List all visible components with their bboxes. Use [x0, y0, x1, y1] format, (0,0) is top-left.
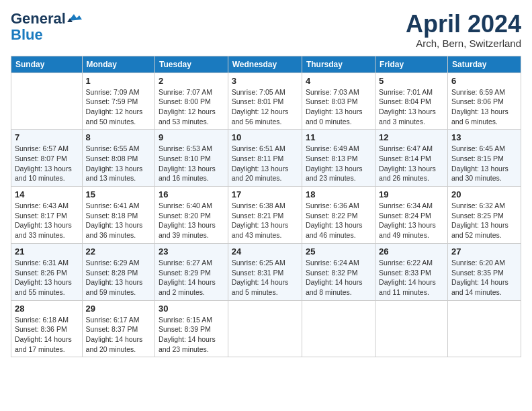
day-info: Sunrise: 6:59 AM Sunset: 8:06 PM Dayligh… — [451, 87, 517, 127]
calendar-cell: 21Sunrise: 6:31 AM Sunset: 8:26 PM Dayli… — [11, 243, 83, 300]
day-info: Sunrise: 6:57 AM Sunset: 8:07 PM Dayligh… — [15, 144, 79, 183]
calendar-cell: 12Sunrise: 6:47 AM Sunset: 8:14 PM Dayli… — [375, 130, 448, 187]
calendar-cell: 9Sunrise: 6:53 AM Sunset: 8:10 PM Daylig… — [155, 130, 228, 187]
day-info: Sunrise: 6:53 AM Sunset: 8:10 PM Dayligh… — [159, 144, 224, 183]
week-row-1: 1Sunrise: 7:09 AM Sunset: 7:59 PM Daylig… — [11, 73, 521, 130]
calendar-cell: 24Sunrise: 6:25 AM Sunset: 8:31 PM Dayli… — [228, 243, 302, 300]
day-info: Sunrise: 6:20 AM Sunset: 8:35 PM Dayligh… — [451, 258, 517, 298]
day-number: 16 — [159, 189, 224, 199]
day-info: Sunrise: 7:03 AM Sunset: 8:03 PM Dayligh… — [306, 87, 371, 127]
column-header-friday: Friday — [375, 56, 448, 73]
day-number: 2 — [159, 76, 224, 86]
calendar-cell: 4Sunrise: 7:03 AM Sunset: 8:03 PM Daylig… — [302, 73, 375, 130]
logo-blue: Blue — [11, 27, 43, 43]
calendar-cell: 29Sunrise: 6:17 AM Sunset: 8:37 PM Dayli… — [82, 300, 154, 357]
calendar-cell — [375, 300, 448, 357]
day-number: 27 — [451, 246, 517, 257]
calendar-body: 1Sunrise: 7:09 AM Sunset: 7:59 PM Daylig… — [11, 73, 521, 357]
calendar-cell: 15Sunrise: 6:41 AM Sunset: 8:18 PM Dayli… — [82, 187, 154, 244]
column-header-sunday: Sunday — [11, 56, 83, 73]
day-info: Sunrise: 6:22 AM Sunset: 8:33 PM Dayligh… — [379, 258, 444, 298]
day-info: Sunrise: 6:34 AM Sunset: 8:24 PM Dayligh… — [379, 201, 444, 240]
calendar-cell: 20Sunrise: 6:32 AM Sunset: 8:25 PM Dayli… — [448, 187, 521, 244]
day-number: 26 — [379, 246, 444, 257]
day-info: Sunrise: 6:45 AM Sunset: 8:15 PM Dayligh… — [451, 144, 517, 183]
calendar-cell: 23Sunrise: 6:27 AM Sunset: 8:29 PM Dayli… — [155, 243, 228, 300]
calendar-cell: 16Sunrise: 6:40 AM Sunset: 8:20 PM Dayli… — [155, 187, 228, 244]
day-number: 23 — [159, 246, 224, 257]
calendar-cell: 1Sunrise: 7:09 AM Sunset: 7:59 PM Daylig… — [82, 73, 154, 130]
week-row-5: 28Sunrise: 6:18 AM Sunset: 8:36 PM Dayli… — [11, 300, 521, 357]
day-info: Sunrise: 7:01 AM Sunset: 8:04 PM Dayligh… — [379, 87, 444, 127]
day-info: Sunrise: 6:32 AM Sunset: 8:25 PM Dayligh… — [451, 201, 517, 240]
day-info: Sunrise: 6:18 AM Sunset: 8:36 PM Dayligh… — [15, 315, 79, 355]
day-number: 15 — [86, 189, 151, 199]
calendar-cell: 26Sunrise: 6:22 AM Sunset: 8:33 PM Dayli… — [375, 243, 448, 300]
day-number: 10 — [232, 132, 298, 142]
calendar-table: SundayMondayTuesdayWednesdayThursdayFrid… — [11, 56, 521, 358]
week-row-2: 7Sunrise: 6:57 AM Sunset: 8:07 PM Daylig… — [11, 130, 521, 187]
logo-general: General — [11, 11, 66, 27]
day-info: Sunrise: 7:07 AM Sunset: 8:00 PM Dayligh… — [159, 87, 224, 127]
day-info: Sunrise: 6:38 AM Sunset: 8:21 PM Dayligh… — [232, 201, 298, 240]
day-info: Sunrise: 6:31 AM Sunset: 8:26 PM Dayligh… — [15, 258, 79, 298]
day-number: 25 — [306, 246, 371, 257]
calendar-cell: 28Sunrise: 6:18 AM Sunset: 8:36 PM Dayli… — [11, 300, 83, 357]
calendar-cell: 30Sunrise: 6:15 AM Sunset: 8:39 PM Dayli… — [155, 300, 228, 357]
day-info: Sunrise: 6:24 AM Sunset: 8:32 PM Dayligh… — [306, 258, 371, 298]
calendar-cell — [228, 300, 302, 357]
day-number: 18 — [306, 189, 371, 199]
column-header-thursday: Thursday — [302, 56, 375, 73]
day-number: 1 — [86, 76, 151, 86]
column-header-wednesday: Wednesday — [228, 56, 302, 73]
week-row-4: 21Sunrise: 6:31 AM Sunset: 8:26 PM Dayli… — [11, 243, 521, 300]
location-subtitle: Arch, Bern, Switzerland — [406, 38, 521, 49]
calendar-cell: 18Sunrise: 6:36 AM Sunset: 8:22 PM Dayli… — [302, 187, 375, 244]
day-number: 20 — [451, 189, 517, 199]
day-number: 19 — [379, 189, 444, 199]
column-header-saturday: Saturday — [448, 56, 521, 73]
day-number: 5 — [379, 76, 444, 86]
calendar-cell: 11Sunrise: 6:49 AM Sunset: 8:13 PM Dayli… — [302, 130, 375, 187]
calendar-cell: 8Sunrise: 6:55 AM Sunset: 8:08 PM Daylig… — [82, 130, 154, 187]
day-info: Sunrise: 6:15 AM Sunset: 8:39 PM Dayligh… — [159, 315, 224, 355]
calendar-cell: 2Sunrise: 7:07 AM Sunset: 8:00 PM Daylig… — [155, 73, 228, 130]
day-number: 22 — [86, 246, 151, 257]
day-info: Sunrise: 6:51 AM Sunset: 8:11 PM Dayligh… — [232, 144, 298, 183]
calendar-cell — [448, 300, 521, 357]
day-info: Sunrise: 6:29 AM Sunset: 8:28 PM Dayligh… — [86, 258, 151, 298]
calendar-cell: 3Sunrise: 7:05 AM Sunset: 8:01 PM Daylig… — [228, 73, 302, 130]
logo: General Blue — [11, 11, 82, 43]
day-info: Sunrise: 6:36 AM Sunset: 8:22 PM Dayligh… — [306, 201, 371, 240]
header: General Blue April 2024 Arch, Bern, Swit… — [11, 11, 521, 49]
day-number: 12 — [379, 132, 444, 142]
week-row-3: 14Sunrise: 6:43 AM Sunset: 8:17 PM Dayli… — [11, 187, 521, 244]
calendar-cell: 5Sunrise: 7:01 AM Sunset: 8:04 PM Daylig… — [375, 73, 448, 130]
day-number: 11 — [306, 132, 371, 142]
day-number: 13 — [451, 132, 517, 142]
day-number: 21 — [15, 246, 79, 257]
day-number: 29 — [86, 304, 151, 314]
day-info: Sunrise: 6:47 AM Sunset: 8:14 PM Dayligh… — [379, 144, 444, 183]
day-number: 6 — [451, 76, 517, 86]
calendar-cell: 14Sunrise: 6:43 AM Sunset: 8:17 PM Dayli… — [11, 187, 83, 244]
calendar-cell — [11, 73, 83, 130]
day-number: 28 — [15, 304, 79, 314]
title-block: April 2024 Arch, Bern, Switzerland — [406, 11, 521, 49]
calendar-cell: 25Sunrise: 6:24 AM Sunset: 8:32 PM Dayli… — [302, 243, 375, 300]
day-info: Sunrise: 6:17 AM Sunset: 8:37 PM Dayligh… — [86, 315, 151, 355]
day-number: 9 — [159, 132, 224, 142]
calendar-cell: 6Sunrise: 6:59 AM Sunset: 8:06 PM Daylig… — [448, 73, 521, 130]
calendar-cell — [302, 300, 375, 357]
day-number: 24 — [232, 246, 298, 257]
calendar-header-row: SundayMondayTuesdayWednesdayThursdayFrid… — [11, 56, 521, 73]
day-number: 30 — [159, 304, 224, 314]
day-info: Sunrise: 6:27 AM Sunset: 8:29 PM Dayligh… — [159, 258, 224, 298]
day-number: 7 — [15, 132, 79, 142]
column-header-monday: Monday — [82, 56, 154, 73]
calendar-cell: 19Sunrise: 6:34 AM Sunset: 8:24 PM Dayli… — [375, 187, 448, 244]
day-number: 14 — [15, 189, 79, 199]
day-number: 4 — [306, 76, 371, 86]
calendar-cell: 13Sunrise: 6:45 AM Sunset: 8:15 PM Dayli… — [448, 130, 521, 187]
calendar-cell: 10Sunrise: 6:51 AM Sunset: 8:11 PM Dayli… — [228, 130, 302, 187]
